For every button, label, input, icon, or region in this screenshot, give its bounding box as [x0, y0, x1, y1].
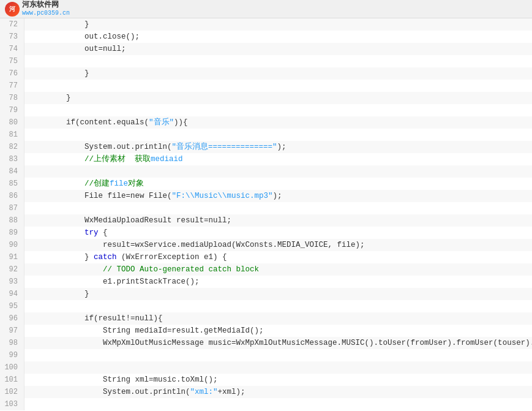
- string-token: "音乐消息==============": [172, 143, 277, 151]
- code-token: WxMpXmlOutMusicMessage music=WxMpXmlOutM…: [29, 339, 532, 347]
- code-line-content: }: [24, 18, 532, 31]
- table-row: 103: [0, 398, 532, 410]
- code-token: e1.printStackTrace();: [29, 277, 200, 286]
- line-number: 93: [0, 276, 24, 288]
- line-number: 75: [0, 55, 24, 67]
- table-row: 100: [0, 361, 532, 374]
- table-row: 85 //创建file对象: [0, 178, 532, 190]
- code-token: }: [29, 69, 89, 78]
- line-number: 94: [0, 288, 24, 300]
- code-token: result=wxService.mediaUpload(WxConsts.ME…: [29, 241, 365, 249]
- line-number: 81: [0, 129, 24, 141]
- line-number: 91: [0, 251, 24, 263]
- line-number: 76: [0, 67, 24, 80]
- code-line-content: [24, 165, 532, 178]
- line-number: 100: [0, 361, 24, 374]
- site-name: 河东软件网: [22, 1, 70, 9]
- header-bar: 河 河东软件网 www.pc0359.cn: [0, 0, 532, 18]
- code-line-content: e1.printStackTrace();: [24, 276, 532, 288]
- code-line-content: [24, 300, 532, 312]
- code-token: if(content.equals(: [29, 118, 149, 127]
- code-line-content: if(content.equals("音乐")){: [24, 116, 532, 129]
- table-row: 74 out=null;: [0, 43, 532, 55]
- code-line-content: [24, 80, 532, 92]
- code-line-content: [24, 202, 532, 214]
- line-number: 98: [0, 337, 24, 349]
- table-row: 80 if(content.equals("音乐")){: [0, 116, 532, 129]
- code-line-content: [24, 361, 532, 374]
- code-line-content: //上传素材 获取mediaid: [24, 153, 532, 165]
- table-row: 87: [0, 202, 532, 214]
- code-line-content: result=wxService.mediaUpload(WxConsts.ME…: [24, 239, 532, 251]
- line-number: 95: [0, 300, 24, 312]
- line-number: 74: [0, 43, 24, 55]
- code-token: System.out.println(: [29, 143, 172, 151]
- code-token: )){: [174, 118, 188, 127]
- table-row: 93 e1.printStackTrace();: [0, 276, 532, 288]
- table-row: 90 result=wxService.mediaUpload(WxConsts…: [0, 239, 532, 251]
- table-row: 97 String mediaId=result.getMediaId();: [0, 325, 532, 337]
- code-line-content: [24, 104, 532, 116]
- code-token: File file=new File(: [29, 192, 172, 200]
- code-token: +xml);: [218, 388, 245, 396]
- code-token: System.out.println(: [29, 388, 190, 396]
- line-number: 97: [0, 325, 24, 337]
- code-token: );: [273, 192, 282, 200]
- table-row: 95: [0, 300, 532, 312]
- code-line-content: System.out.println("xml:"+xml);: [24, 386, 532, 398]
- table-row: 89 try {: [0, 227, 532, 239]
- code-line-content: System.out.println("音乐消息==============")…: [24, 141, 532, 153]
- table-row: 83 //上传素材 获取mediaid: [0, 153, 532, 165]
- table-row: 96 if(result!=null){: [0, 312, 532, 325]
- line-number: 82: [0, 141, 24, 153]
- code-line-content: } catch (WxErrorException e1) {: [24, 251, 532, 263]
- code-token: if(result!=null){: [29, 314, 163, 323]
- table-row: 76 }: [0, 67, 532, 80]
- code-token: }: [29, 253, 94, 262]
- code-token: {: [99, 228, 108, 237]
- line-number: 99: [0, 349, 24, 361]
- line-number: 102: [0, 386, 24, 398]
- line-number: 86: [0, 190, 24, 202]
- table-row: 86 File file=new File("F:\\Music\\music.…: [0, 190, 532, 202]
- code-line-content: out=null;: [24, 43, 532, 55]
- line-number: 83: [0, 153, 24, 165]
- table-row: 81: [0, 129, 532, 141]
- code-token: }: [29, 20, 89, 29]
- line-number: 80: [0, 116, 24, 129]
- code-token: WxMediaUploadResult result=null;: [29, 216, 231, 225]
- code-line-content: WxMpXmlOutMusicMessage music=WxMpXmlOutM…: [24, 337, 532, 349]
- line-number: 90: [0, 239, 24, 251]
- line-number: 73: [0, 31, 24, 43]
- table-row: 99: [0, 349, 532, 361]
- line-number: 85: [0, 178, 24, 190]
- table-row: 82 System.out.println("音乐消息=============…: [0, 141, 532, 153]
- keyword-token: try: [84, 228, 99, 237]
- code-line-content: String xml=music.toXml();: [24, 374, 532, 386]
- code-token: out=null;: [29, 45, 126, 53]
- site-info: 河东软件网 www.pc0359.cn: [22, 1, 70, 17]
- logo-icon: 河: [5, 2, 20, 17]
- table-row: 72 }: [0, 18, 532, 31]
- code-line-content: }: [24, 288, 532, 300]
- comment-token: 对象: [128, 179, 144, 188]
- comment-token: //创建: [29, 179, 110, 188]
- code-line-content: }: [24, 92, 532, 104]
- line-number: 101: [0, 374, 24, 386]
- table-row: 79: [0, 104, 532, 116]
- table-row: 98 WxMpXmlOutMusicMessage music=WxMpXmlO…: [0, 337, 532, 349]
- code-token: }: [29, 290, 89, 298]
- code-line-content: try {: [24, 227, 532, 239]
- code-token: String xml=music.toXml();: [29, 375, 218, 384]
- code-token: );: [277, 143, 287, 151]
- line-number: 96: [0, 312, 24, 325]
- keyword-token: catch: [94, 253, 117, 262]
- line-number: 103: [0, 398, 24, 410]
- site-url: www.pc0359.cn: [22, 10, 70, 17]
- table-row: 91 } catch (WxErrorException e1) {: [0, 251, 532, 263]
- string-token: "F:\\Music\\music.mp3": [172, 192, 273, 200]
- line-number: 79: [0, 104, 24, 116]
- code-token: (WxErrorException e1) {: [117, 253, 227, 262]
- table-row: 78 }: [0, 92, 532, 104]
- code-line-content: File file=new File("F:\\Music\\music.mp3…: [24, 190, 532, 202]
